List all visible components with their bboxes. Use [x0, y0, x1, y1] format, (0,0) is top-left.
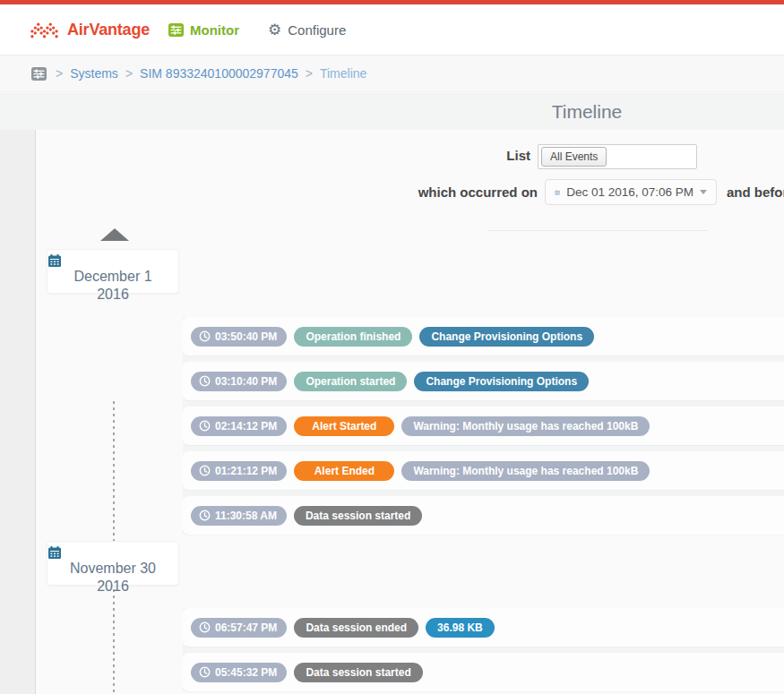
- event-alert-badge: Alert Started: [294, 416, 394, 436]
- calendar-icon: [47, 545, 62, 560]
- gear-icon: ⚙: [268, 22, 281, 38]
- clock-icon: [199, 510, 211, 521]
- date-picker-value: Dec 01 2016, 07:06 PM: [566, 185, 694, 199]
- event-data-badge: 36.98 KB: [426, 618, 495, 638]
- clock-icon: [199, 621, 211, 633]
- timeline-event-row: 01:21:12 PM Alert EndedWarning: Monthly …: [183, 451, 784, 490]
- timeline-event-row: 03:50:40 PM Operation finishedChange Pro…: [183, 317, 784, 356]
- breadcrumb-current-timeline: Timeline: [320, 66, 366, 81]
- clock-icon: [199, 375, 211, 387]
- event-warning-badge: Warning: Monthly usage has reached 100kB: [401, 416, 650, 436]
- home-systems-icon[interactable]: [31, 67, 47, 81]
- and-before-label: and before: [727, 184, 784, 200]
- tab-monitor[interactable]: Monitor: [168, 4, 239, 55]
- breadcrumb-separator: >: [125, 66, 133, 81]
- event-time-badge: 05:45:32 PM: [191, 663, 287, 682]
- event-type-filter-input[interactable]: All Events: [538, 144, 697, 169]
- tab-configure[interactable]: ⚙ Configure: [268, 4, 346, 55]
- timeline-event-row: 05:45:32 PM Data session started: [183, 653, 784, 691]
- occurred-on-label: which occurred on: [37, 184, 538, 200]
- tab-monitor-label: Monitor: [190, 22, 239, 38]
- title-band: Timeline: [0, 93, 784, 130]
- date-picker-dropdown[interactable]: Dec 01 2016, 07:06 PM: [545, 179, 717, 205]
- left-rail: [0, 130, 36, 694]
- calendar-icon: [47, 253, 62, 268]
- clock-icon: [199, 330, 211, 342]
- timeline-event-row: 11:30:58 AM Data session started: [183, 496, 784, 535]
- event-operation-badge: Operation finished: [294, 327, 412, 347]
- breadcrumb-separator: >: [306, 66, 313, 81]
- airvantage-logo[interactable]: AirVantage: [30, 4, 150, 55]
- event-session-badge: Data session ended: [294, 618, 418, 638]
- breadcrumb-sim[interactable]: SIM 8933240100002977045: [140, 66, 298, 81]
- chevron-down-icon: [700, 190, 707, 194]
- timeline-event-row: 03:10:40 PM Operation startedChange Prov…: [183, 362, 784, 400]
- calendar-icon: [555, 186, 560, 199]
- event-session-badge: Data session started: [294, 663, 422, 682]
- list-label: List: [37, 148, 530, 163]
- timeline-event-row: 02:14:12 PM Alert StartedWarning: Monthl…: [183, 407, 784, 445]
- event-time-badge: 11:30:58 AM: [191, 506, 287, 526]
- event-provisioning-badge: Change Provisioning Options: [414, 372, 589, 391]
- breadcrumb-separator: >: [56, 66, 63, 81]
- app-header: AirVantage Monitor ⚙ Configure: [0, 4, 784, 56]
- logo-dots-icon: [30, 18, 59, 41]
- event-alert-badge: Alert Ended: [294, 461, 394, 481]
- date-marker: November 302016: [47, 541, 179, 586]
- scroll-up-arrow[interactable]: [100, 228, 129, 241]
- breadcrumb: > Systems > SIM 8933240100002977045 > Ti…: [0, 56, 784, 92]
- event-operation-badge: Operation started: [294, 372, 407, 391]
- event-time-badge: 06:57:47 PM: [191, 618, 287, 638]
- breadcrumb-systems[interactable]: Systems: [70, 66, 118, 81]
- date-marker: December 12016: [47, 249, 179, 294]
- clock-icon: [199, 666, 211, 678]
- event-time-badge: 01:21:12 PM: [191, 461, 287, 481]
- event-time-badge: 03:50:40 PM: [191, 327, 287, 347]
- event-time-badge: 02:14:12 PM: [191, 416, 287, 436]
- event-warning-badge: Warning: Monthly usage has reached 100kB: [401, 461, 650, 481]
- event-provisioning-badge: Change Provisioning Options: [419, 327, 594, 347]
- brand-name: AirVantage: [67, 21, 150, 39]
- event-session-badge: Data session started: [294, 506, 422, 526]
- clock-icon: [199, 420, 211, 432]
- tab-configure-label: Configure: [288, 22, 346, 38]
- timeline-event-row: 06:57:47 PM Data session ended36.98 KB: [183, 608, 784, 647]
- clock-icon: [199, 465, 211, 476]
- monitor-icon: [168, 23, 184, 37]
- page-title: Timeline: [552, 93, 623, 130]
- timeline: December 12016 03:50:40 PM Operation fin…: [37, 228, 784, 694]
- event-time-badge: 03:10:40 PM: [191, 372, 287, 391]
- all-events-chip[interactable]: All Events: [541, 147, 607, 167]
- timeline-panel: List All Events which occurred on Dec 01…: [37, 130, 784, 694]
